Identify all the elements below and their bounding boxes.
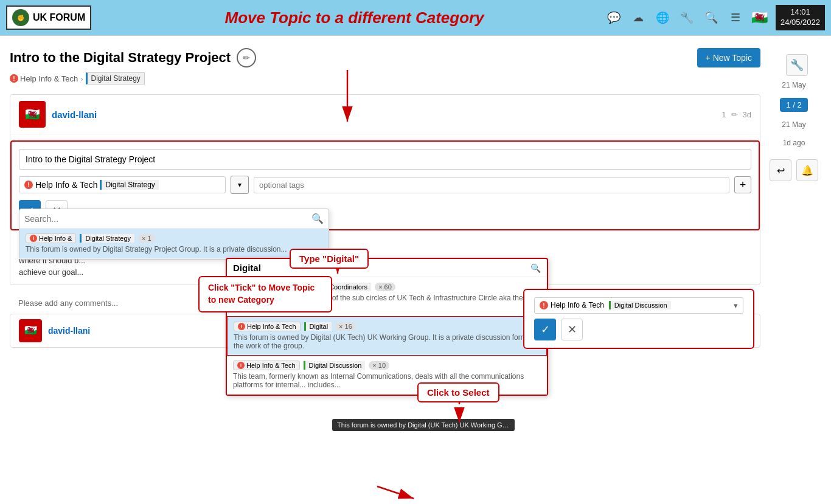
new-topic-button[interactable]: + New Topic [697,48,760,67]
breadcrumb: ! Help Info & Tech › Digital Strategy [10,72,760,85]
category-select-display[interactable]: ! Help Info & Tech Digital Strategy [19,176,226,193]
bc-chevron-icon: ▾ [734,301,738,310]
cloud-icon[interactable]: ☁ [630,9,647,26]
dd-count-0: × 1 [138,234,155,243]
sp-count-1: × 16 [335,322,356,331]
sp-item-2-desc: This team, formerly known as Internal Co… [233,372,541,389]
breadcrumb-separator: › [80,74,83,83]
logo-box[interactable]: ✊ UK FORUM [6,5,91,30]
cat-label: Help Info & Tech [35,180,97,190]
chat-icon[interactable]: 💬 [605,9,622,26]
post-number-1: 1 [721,110,726,119]
sp-sub-0: Digital Coordinators [304,283,372,291]
bottom-confirm-box: ! Help Info & Tech Digital Discussion ▾ … [523,289,754,349]
post-author-2[interactable]: david-llani [48,326,90,336]
bottom-confirm-row: ! Help Info & Tech Digital Discussion ▾ [534,297,743,314]
search-panel-header: Digital 🔍 [227,259,547,277]
nav-icons: 💬 ☁ 🌐 🔧 🔍 ☰ 🏴󠁧󠁢󠁷󠁬󠁳󠁿 14:01 24/05/2022 [605,5,825,30]
post-header-1: 🏴󠁧󠁢󠁷󠁬󠁳󠁿 david-llani 1 ✏ 3d [10,95,760,134]
breadcrumb-info-icon: ! [10,74,18,83]
dropdown-item-0[interactable]: ! Help Info & Digital Strategy × 1 This … [19,229,329,259]
bc-subcategory: Digital Discussion [609,301,671,309]
bottom-cancel-button[interactable]: ✕ [561,319,583,340]
left-content: Intro to the Digital Strategy Project ✏ … [10,48,760,355]
sp-cat-1: ! Help Info & Tech [234,322,301,331]
flag-icon[interactable]: 🏴󠁧󠁢󠁷󠁬󠁳󠁿 [751,9,768,26]
sidebar-date1: 21 May [782,81,805,89]
title-banner: Move Topic to a different Category [103,9,605,27]
sp-sub-2: Digital Discussion [304,361,366,370]
sp-item-1-desc: This forum is owned by Digital (UK Tech)… [234,333,540,350]
search-panel[interactable]: Digital 🔍 ! Help Info & Tech Digital Coo… [226,258,548,396]
dropdown-toggle-button[interactable]: ▾ [231,176,249,194]
tooltip-box: This forum is owned by Digital (UK Tech)… [332,419,515,431]
reply-bell-row: ↩ 🔔 [770,159,818,181]
cat-info-icon: ! [24,181,33,189]
post-time-1: 3d [743,110,751,119]
sp-cat-0: ! Help Info & Tech [233,282,300,292]
sp-item-2[interactable]: ! Help Info & Tech Digital Discussion × … [227,356,547,395]
sp-count-2: × 10 [369,361,389,370]
bottom-category-select[interactable]: ! Help Info & Tech Digital Discussion ▾ [534,297,743,314]
avatar-2: 🏴󠁧󠁢󠁷󠁬󠁳󠁿 [19,319,42,342]
search-icon[interactable]: 🔍 [703,9,720,26]
tags-input[interactable] [254,177,729,193]
edit-topic-button[interactable]: ✏ [237,48,256,67]
sp-count-0: × 60 [375,283,395,291]
bc-info-icon: ! [540,301,548,309]
topic-title: Intro to the Digital Strategy Project [10,50,231,66]
bc-category: Help Info & Tech [551,301,604,309]
sp-cat-2: ! Help Info & Tech [233,361,300,370]
sp-item-0[interactable]: ! Help Info & Tech Digital Coordinators … [227,277,547,316]
edit-category-row: ! Help Info & Tech Digital Strategy ▾ + [19,176,751,194]
dropdown-item-0-desc: This forum is owned by Digital Strategy … [26,245,322,254]
dropdown-item-0-header: ! Help Info & Digital Strategy × 1 [26,233,322,243]
reply-button[interactable]: ↩ [770,159,791,181]
menu-icon[interactable]: ☰ [727,9,744,26]
sidebar-pager: 1 / 2 [780,98,807,112]
sp-item-1[interactable]: ! Help Info & Tech Digital × 16 This for… [227,316,547,356]
dd-cat-pill-0: ! Help Info & [26,233,76,243]
top-nav: ✊ UK FORUM Move Topic to a different Cat… [0,0,831,36]
sp-sub-1: Digital [304,322,332,331]
dd-sub-pill-0: Digital Strategy [80,234,134,243]
logo-area: ✊ UK FORUM [6,5,91,30]
post-meta-1: 1 ✏ 3d [721,110,751,119]
bottom-confirm-button[interactable]: ✓ [534,319,556,340]
bottom-action-row: ✓ ✕ [534,319,743,340]
search-panel-title: Digital [233,263,526,273]
tools-icon[interactable]: 🔧 [678,9,695,26]
sp-item-0-header: ! Help Info & Tech Digital Coordinators … [233,282,541,292]
logo-text: UK FORUM [33,12,85,23]
globe-icon[interactable]: 🌐 [654,9,671,26]
sidebar-ago: 1d ago [783,139,805,147]
dropdown-search-icon: 🔍 [311,213,324,224]
subcat-label: Digital Strategy [100,180,158,190]
breadcrumb-parent[interactable]: ! Help Info & Tech [10,74,78,83]
svg-line-5 [377,486,414,499]
edit-form: ! Help Info & Tech Digital Strategy ▾ + … [10,140,760,230]
avatar-1: 🏴󠁧󠁢󠁷󠁬󠁳󠁿 [19,101,46,128]
sp-item-1-header: ! Help Info & Tech Digital × 16 [234,322,540,331]
add-tag-button[interactable]: + [734,176,751,193]
post-author-1[interactable]: david-llani [52,109,97,120]
post-container-1: 🏴󠁧󠁢󠁷󠁬󠁳󠁿 david-llani 1 ✏ 3d ! Help [10,94,760,285]
sp-item-2-header: ! Help Info & Tech Digital Discussion × … [233,361,541,370]
search-panel-icon: 🔍 [530,263,541,273]
bc-select-inner: ! Help Info & Tech Digital Discussion [540,301,671,309]
edit-icon-1[interactable]: ✏ [731,110,738,119]
topic-title-input[interactable] [19,149,751,170]
right-sidebar: 🔧 21 May 1 / 2 21 May 1d ago ↩ 🔔 [767,48,821,355]
date-display: 24/05/2022 [781,18,820,28]
dropdown-search-row: 🔍 [19,209,329,229]
dropdown-panel[interactable]: 🔍 ! Help Info & Digital Strategy [19,209,329,260]
header-title: Move Topic to a different Category [224,9,484,27]
bell-button[interactable]: 🔔 [796,159,818,181]
wrench-button[interactable]: 🔧 [786,54,808,76]
logo-icon: ✊ [12,9,29,26]
datetime-display: 14:01 24/05/2022 [776,5,825,30]
dropdown-search-input[interactable] [24,214,308,224]
sp-item-0-desc: This Forum is for coordinators of the su… [233,294,541,311]
sidebar-date2: 21 May [782,120,805,129]
breadcrumb-child[interactable]: Digital Strategy [86,72,145,85]
